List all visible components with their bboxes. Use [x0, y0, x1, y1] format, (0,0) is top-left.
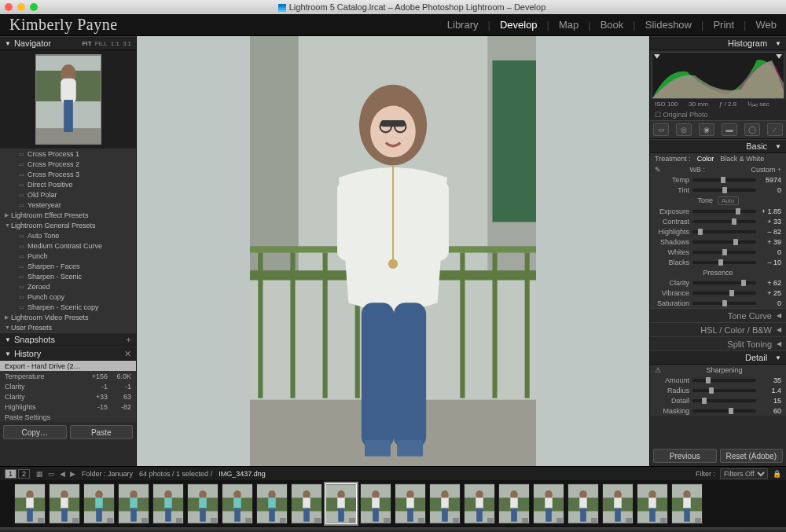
filter-lock-icon[interactable]: 🔒: [773, 470, 781, 478]
slider-value[interactable]: 5974: [759, 176, 781, 184]
preset-folder[interactable]: ▼User Presets: [0, 322, 136, 332]
preset-folder[interactable]: ▶Lightroom Effect Presets: [0, 210, 136, 220]
preset-folder[interactable]: ▼Lightroom General Presets: [0, 220, 136, 230]
panel-split-toning-collapsed[interactable]: Split Toning◀: [650, 336, 786, 350]
grid-view-icon[interactable]: ▦: [36, 470, 43, 478]
histogram-header[interactable]: Histogram ▼: [650, 36, 786, 50]
crop-tool[interactable]: ▭: [653, 123, 669, 136]
history-step[interactable]: Clarity+3363: [0, 391, 136, 402]
basic-header[interactable]: Basic ▼: [650, 139, 786, 153]
nav-back-icon[interactable]: ◀: [60, 470, 65, 478]
reset-button[interactable]: Reset (Adobe): [720, 449, 784, 463]
histogram-display[interactable]: [652, 52, 784, 99]
loupe-view[interactable]: [137, 36, 649, 466]
slider-value[interactable]: 35: [759, 376, 781, 384]
filmstrip-resize-handle[interactable]: [0, 527, 786, 532]
primary-display[interactable]: 1: [5, 469, 17, 479]
preset-item[interactable]: Yesteryear: [0, 200, 136, 210]
slider-value[interactable]: + 62: [759, 279, 781, 287]
module-print[interactable]: Print: [713, 19, 734, 31]
previous-button[interactable]: Previous: [653, 449, 717, 463]
navigator-header[interactable]: ▼ Navigator FITFILL1:13:1: [0, 36, 136, 50]
preset-item[interactable]: Punch: [0, 251, 136, 261]
snapshots-header[interactable]: ▼ Snapshots +: [0, 332, 136, 347]
preset-item[interactable]: Auto Tone: [0, 230, 136, 240]
preset-item[interactable]: Cross Process 1: [0, 149, 136, 159]
treatment-bw[interactable]: Black & White: [720, 155, 764, 163]
clear-history-icon[interactable]: ✕: [124, 349, 131, 359]
filmstrip-thumbnail[interactable]: [671, 483, 703, 524]
preset-item[interactable]: Direct Positive: [0, 179, 136, 189]
nav-zoom-3-1[interactable]: 3:1: [123, 40, 131, 47]
filmstrip-thumbnail[interactable]: [187, 483, 219, 524]
slider-track[interactable]: [692, 220, 756, 223]
slider-track[interactable]: [692, 292, 756, 295]
filmstrip-thumbnail[interactable]: [429, 483, 461, 524]
slider-track[interactable]: [692, 240, 756, 244]
slider-value[interactable]: + 33: [759, 218, 781, 226]
slider-value[interactable]: 15: [759, 397, 781, 405]
slider-track[interactable]: [692, 178, 756, 182]
history-header[interactable]: ▼ History ✕: [0, 347, 136, 361]
slider-value[interactable]: + 25: [759, 289, 781, 297]
filmstrip-thumbnail[interactable]: [291, 483, 322, 524]
slider-track[interactable]: [692, 302, 756, 305]
filmstrip-thumbnail[interactable]: [567, 483, 599, 524]
filmstrip-thumbnail[interactable]: [222, 483, 253, 524]
wb-dropdown[interactable]: Custom ÷: [708, 166, 781, 174]
slider-track[interactable]: [692, 281, 756, 284]
filmstrip[interactable]: [0, 480, 786, 527]
secondary-display[interactable]: 2: [18, 469, 30, 479]
filmstrip-thumbnail[interactable]: [325, 483, 357, 524]
navigator-preview[interactable]: [0, 50, 136, 149]
preset-item[interactable]: Zeroed: [0, 281, 136, 292]
history-step[interactable]: Export - Hard Drive (2016-01-24 2:13…: [0, 361, 136, 371]
history-step[interactable]: Highlights-15-82: [0, 402, 136, 412]
filmstrip-thumbnail[interactable]: [637, 483, 668, 524]
preset-item[interactable]: Sharpen - Faces: [0, 261, 136, 271]
filmstrip-thumbnail[interactable]: [395, 483, 426, 524]
radial-filter-tool[interactable]: ◯: [744, 123, 760, 136]
preset-folder[interactable]: ▶Lightroom Video Presets: [0, 312, 136, 322]
preset-item[interactable]: Sharpen - Scenic copy: [0, 302, 136, 312]
paste-button[interactable]: Paste: [70, 425, 134, 439]
module-web[interactable]: Web: [756, 19, 777, 31]
filmstrip-thumbnail[interactable]: [118, 483, 149, 524]
module-map[interactable]: Map: [559, 19, 578, 31]
filmstrip-thumbnail[interactable]: [83, 483, 115, 524]
filmstrip-thumbnail[interactable]: [152, 483, 184, 524]
spot-removal-tool[interactable]: ◎: [676, 123, 692, 136]
panel-hsl-color-b-w-collapsed[interactable]: HSL / Color / B&W◀: [650, 322, 786, 336]
window-close-button[interactable]: [5, 3, 13, 11]
treatment-color[interactable]: Color: [697, 155, 714, 163]
nav-zoom-fit[interactable]: FIT: [83, 40, 92, 47]
module-develop[interactable]: Develop: [500, 19, 538, 31]
slider-value[interactable]: + 1.85: [759, 207, 781, 215]
filmstrip-thumbnail[interactable]: [533, 483, 564, 524]
adjustment-brush-tool[interactable]: ⟋: [767, 123, 783, 136]
slider-value[interactable]: 0: [759, 186, 781, 194]
preset-item[interactable]: Medium Contrast Curve: [0, 240, 136, 251]
slider-value[interactable]: 0: [759, 248, 781, 256]
slider-value[interactable]: – 82: [759, 228, 781, 236]
auto-tone-button[interactable]: Auto: [718, 196, 738, 205]
slider-value[interactable]: 60: [759, 407, 781, 415]
slider-track[interactable]: [692, 261, 756, 264]
copy-button[interactable]: Copy…: [3, 425, 67, 439]
module-book[interactable]: Book: [601, 19, 624, 31]
preset-item[interactable]: Sharpen - Scenic: [0, 271, 136, 281]
filmstrip-thumbnail[interactable]: [360, 483, 391, 524]
nav-zoom-1-1[interactable]: 1:1: [111, 40, 119, 47]
preset-item[interactable]: Cross Process 2: [0, 159, 136, 169]
loupe-view-icon[interactable]: ▭: [48, 470, 55, 478]
slider-value[interactable]: – 10: [759, 259, 781, 266]
slider-track[interactable]: [692, 189, 756, 192]
detail-header[interactable]: Detail ▼: [650, 350, 786, 365]
filmstrip-thumbnail[interactable]: [498, 483, 530, 524]
filmstrip-thumbnail[interactable]: [256, 483, 288, 524]
preset-item[interactable]: Old Polar: [0, 189, 136, 200]
slider-track[interactable]: [692, 399, 756, 402]
module-library[interactable]: Library: [447, 19, 479, 31]
filmstrip-thumbnail[interactable]: [49, 483, 80, 524]
folder-path[interactable]: Folder : January: [82, 470, 133, 478]
